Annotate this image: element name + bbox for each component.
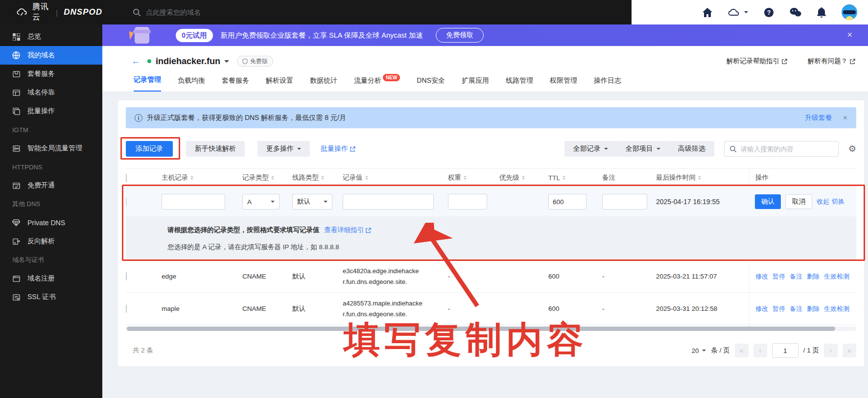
tab-record-management[interactable]: 记录管理 bbox=[134, 75, 161, 92]
sidebar-item-domain-register[interactable]: 域名注册 bbox=[0, 269, 102, 288]
collapse-link[interactable]: 收起 bbox=[817, 197, 829, 206]
quick-setup-button[interactable]: 新手快速解析 bbox=[186, 141, 245, 157]
confirm-button[interactable]: 确认 bbox=[755, 194, 781, 209]
weight-input[interactable] bbox=[448, 194, 487, 210]
tab-plan-services[interactable]: 套餐服务 bbox=[222, 76, 249, 92]
last-page-button[interactable]: » bbox=[843, 344, 856, 357]
records-help-link[interactable]: 解析记录帮助指引 bbox=[727, 57, 787, 66]
sidebar-item-my-domains[interactable]: 我的域名 bbox=[0, 46, 102, 65]
record-value-input[interactable] bbox=[343, 194, 434, 210]
page-number-input[interactable] bbox=[772, 343, 798, 358]
sidebar-item-reverse-dns[interactable]: 反向解析 bbox=[0, 232, 102, 251]
select-all-checkbox[interactable] bbox=[126, 174, 127, 182]
home-icon[interactable] bbox=[703, 8, 712, 17]
delete-record-link[interactable]: 删除 bbox=[807, 304, 820, 313]
scrollbar-thumb[interactable] bbox=[127, 327, 835, 331]
records-table: 主机记录 记录类型 线路类型 记录值 权重 优先级 TTL 备注 最后操作时间 … bbox=[126, 168, 856, 331]
note-record-link[interactable]: 备注 bbox=[790, 304, 802, 313]
row-checkbox[interactable] bbox=[126, 304, 127, 313]
sidebar-item-igtm[interactable]: 智能全局流量管理 bbox=[0, 139, 102, 158]
sort-icon[interactable] bbox=[271, 176, 274, 180]
claim-free-button[interactable]: 免费领取 bbox=[436, 28, 484, 43]
row-checkbox[interactable] bbox=[126, 272, 127, 281]
sort-icon[interactable] bbox=[365, 176, 368, 180]
sort-icon[interactable] bbox=[321, 176, 324, 180]
card-check-icon bbox=[12, 182, 20, 189]
upgrade-banner-close-icon[interactable]: × bbox=[843, 114, 847, 122]
sort-icon[interactable] bbox=[464, 176, 467, 180]
domain-switch-caret-icon[interactable] bbox=[224, 60, 229, 65]
prev-page-button[interactable]: ‹ bbox=[753, 344, 767, 357]
browser-icon bbox=[12, 275, 20, 282]
sidebar-item-plans[interactable]: 套餐服务 bbox=[0, 65, 102, 83]
host-record-input[interactable] bbox=[162, 194, 225, 210]
record-search-box[interactable] bbox=[724, 141, 839, 157]
wechat-icon[interactable] bbox=[790, 7, 801, 17]
tab-resolution-settings[interactable]: 解析设置 bbox=[266, 76, 293, 92]
tab-operation-logs[interactable]: 操作日志 bbox=[594, 76, 621, 92]
advanced-filter-button[interactable]: 高级筛选 bbox=[669, 141, 714, 157]
sidebar-item-private-dns[interactable]: Private DNS bbox=[0, 213, 102, 232]
user-avatar[interactable] bbox=[842, 4, 857, 20]
resolve-issue-link[interactable]: 解析有问题？ bbox=[808, 57, 855, 66]
sort-icon[interactable] bbox=[522, 176, 525, 180]
filter-all-projects[interactable]: 全部项目 bbox=[617, 141, 669, 157]
help-icon[interactable]: ? bbox=[764, 7, 774, 18]
cell-time: 2025-03-21 11:57:07 bbox=[656, 273, 749, 280]
tab-extensions[interactable]: 扩展应用 bbox=[462, 76, 489, 92]
more-actions-button[interactable]: 更多操作 bbox=[258, 141, 310, 157]
check-record-link[interactable]: 生效检测 bbox=[824, 272, 849, 281]
line-type-select[interactable]: 默认 bbox=[292, 194, 332, 210]
domain-search-input[interactable] bbox=[146, 8, 303, 16]
sort-icon[interactable] bbox=[563, 176, 565, 180]
tab-dns-security[interactable]: DNS安全 bbox=[417, 76, 445, 92]
sidebar-item-batch[interactable]: 批量操作 bbox=[0, 102, 102, 120]
console-cloud-icon[interactable] bbox=[728, 8, 748, 17]
tab-load-balancing[interactable]: 负载均衡 bbox=[178, 76, 205, 92]
tab-traffic-analysis[interactable]: 流量分析NEW bbox=[354, 76, 400, 92]
horizontal-scrollbar[interactable] bbox=[126, 327, 856, 331]
upgrade-plan-link[interactable]: 升级套餐 bbox=[805, 114, 832, 122]
pagination: 20 条 / 页 « ‹ / 1 页 › » bbox=[691, 343, 856, 358]
sidebar-item-httpdns-free[interactable]: 免费开通 bbox=[0, 176, 102, 195]
cloud-logo-icon bbox=[17, 8, 28, 16]
back-arrow-icon[interactable]: ← bbox=[131, 56, 141, 67]
note-input[interactable] bbox=[602, 194, 647, 210]
page-size-select[interactable]: 20 bbox=[691, 347, 706, 354]
filter-all-records[interactable]: 全部记录 bbox=[564, 141, 617, 157]
edit-record-link[interactable]: 修改 bbox=[755, 272, 768, 281]
note-record-link[interactable]: 备注 bbox=[790, 272, 802, 281]
sidebar-section-httpdns: HTTPDNS bbox=[0, 158, 102, 176]
first-page-button[interactable]: « bbox=[735, 344, 749, 357]
row-checkbox[interactable] bbox=[126, 197, 127, 206]
detailed-guide-link[interactable]: 查看详细指引 bbox=[324, 226, 371, 234]
record-type-select[interactable]: A bbox=[242, 194, 280, 210]
sort-icon[interactable] bbox=[190, 176, 193, 180]
pause-record-link[interactable]: 暂停 bbox=[773, 272, 785, 281]
external-link-icon bbox=[850, 59, 855, 64]
delete-record-link[interactable]: 删除 bbox=[807, 272, 820, 281]
tab-line-management[interactable]: 线路管理 bbox=[506, 76, 533, 92]
add-record-button[interactable]: 添加记录 bbox=[126, 141, 173, 157]
column-settings-gear-icon[interactable]: ⚙ bbox=[848, 143, 856, 154]
record-search-input[interactable] bbox=[741, 145, 833, 153]
next-page-button[interactable]: › bbox=[824, 344, 838, 357]
sort-icon[interactable] bbox=[698, 176, 701, 180]
notification-bell-icon[interactable] bbox=[817, 7, 826, 18]
promo-close-icon[interactable]: × bbox=[847, 30, 852, 40]
pause-record-link[interactable]: 暂停 bbox=[773, 304, 785, 313]
domain-search[interactable] bbox=[133, 8, 303, 17]
sidebar-item-ssl-cert[interactable]: SSL 证书 bbox=[0, 288, 102, 306]
sidebar-item-parking[interactable]: 域名停靠 bbox=[0, 83, 102, 102]
edit-record-link[interactable]: 修改 bbox=[755, 304, 768, 313]
sidebar-item-overview[interactable]: 总览 bbox=[0, 27, 102, 46]
batch-operations-link[interactable]: 批量操作 bbox=[321, 144, 355, 153]
tab-statistics[interactable]: 数据统计 bbox=[310, 76, 337, 92]
cancel-button[interactable]: 取消 bbox=[785, 194, 812, 209]
logo-divider: | bbox=[56, 8, 58, 17]
ttl-input[interactable] bbox=[548, 194, 586, 210]
tab-permissions[interactable]: 权限管理 bbox=[550, 76, 577, 92]
brand-logo[interactable]: 腾讯云 | DNSPOD bbox=[0, 2, 102, 23]
switch-link[interactable]: 切换 bbox=[832, 197, 845, 206]
check-record-link[interactable]: 生效检测 bbox=[824, 304, 849, 313]
